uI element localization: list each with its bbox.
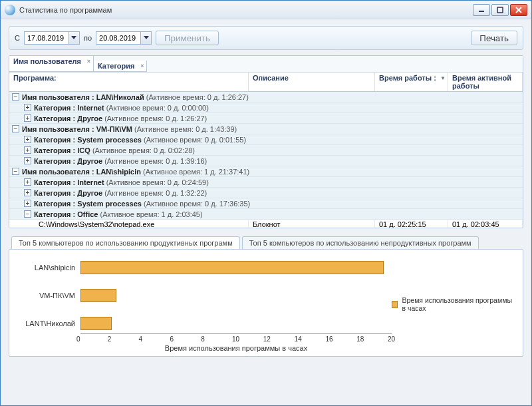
tree-row-label: Категория : Другое (Активное время: 0 д.… xyxy=(34,157,207,165)
app-icon xyxy=(5,5,15,15)
col-work-label: Время работы : xyxy=(379,74,436,82)
cell-program: C:\Windows\System32\notepad.exe xyxy=(9,220,249,228)
tree-row-label: Категория : Internet (Активное время: 0 … xyxy=(34,178,209,186)
chart-bars: LAN\shipicinVM-ПК\VMLANT\Николай xyxy=(17,256,392,333)
bar-row: VM-ПК\VM xyxy=(17,288,392,303)
chart-panel: LAN\shipicinVM-ПК\VMLANT\Николай 0246810… xyxy=(9,249,523,357)
date-from-input[interactable] xyxy=(25,34,68,42)
collapse-icon[interactable]: − xyxy=(12,168,19,175)
minimize-button[interactable] xyxy=(473,4,490,16)
chart-legend: Время использования программы в часах xyxy=(392,256,515,352)
date-to-input[interactable] xyxy=(96,34,140,42)
chart-tabs-and-panel: Топ 5 компьютеров по использованию проду… xyxy=(9,234,523,357)
tree-row-label: Категория : ICQ (Активное время: 0 д. 0:… xyxy=(34,146,195,154)
col-program[interactable]: Программа: xyxy=(9,73,249,91)
tree-row-label: Имя пользователя : LAN\shipicin (Активно… xyxy=(22,168,249,176)
tree-row[interactable]: −Имя пользователя : LAN\Николай (Активно… xyxy=(9,92,523,102)
date-to-dropdown-icon[interactable] xyxy=(140,32,151,44)
tree-row[interactable]: +Категория : System processes (Активное … xyxy=(9,198,523,209)
col-work-time[interactable]: Время работы :▼ xyxy=(375,73,448,91)
date-from-field[interactable] xyxy=(24,31,80,45)
tree-row-label: Категория : Office (Активное время: 1 д.… xyxy=(34,210,203,218)
tree-row[interactable]: +Категория : Internet (Активное время: 0… xyxy=(9,102,523,113)
tab-unproductive[interactable]: Топ 5 компьютеров по использованию непро… xyxy=(242,236,479,249)
expand-icon[interactable]: + xyxy=(24,178,31,186)
titlebar: Статистика по программам xyxy=(1,1,531,19)
tree-row[interactable]: +Категория : Internet (Активное время: 0… xyxy=(9,177,523,188)
tree-row-label: Имя пользователя : VM-ПК\VM (Активное вр… xyxy=(22,125,237,133)
column-headers: Программа: Описание Время работы :▼ Врем… xyxy=(9,73,523,92)
bar-track xyxy=(80,260,392,275)
client-area: С по Применить Печать Имя пользователя× … xyxy=(1,19,531,405)
bar-track xyxy=(80,316,392,331)
grid-rows[interactable]: −Имя пользователя : LAN\Николай (Активно… xyxy=(9,92,523,228)
col-active-time[interactable]: Время активной работы xyxy=(448,73,523,91)
expand-icon[interactable]: + xyxy=(24,104,31,111)
legend-swatch-icon xyxy=(392,301,398,308)
filter-toolbar: С по Применить Печать xyxy=(9,26,523,50)
expand-icon[interactable]: + xyxy=(24,146,31,154)
tree-row-label: Категория : Другое (Активное время: 0 д.… xyxy=(34,189,207,197)
group-by-row: Имя пользователя× Категория× xyxy=(9,56,523,73)
group-tag-user-label: Имя пользователя xyxy=(13,57,81,65)
expand-icon[interactable]: + xyxy=(24,157,31,164)
tree-row[interactable]: +Категория : Другое (Активное время: 0 д… xyxy=(9,188,523,198)
chart-x-label: Время использования программы в часах xyxy=(80,343,392,352)
bar-row: LANT\Николай xyxy=(17,316,392,331)
tree-row[interactable]: −Категория : Office (Активное время: 1 д… xyxy=(9,209,523,220)
date-to-field[interactable] xyxy=(96,31,152,45)
expand-icon[interactable]: + xyxy=(24,189,31,196)
tab-productive[interactable]: Топ 5 компьютеров по использованию проду… xyxy=(11,236,240,249)
tree-row[interactable]: +Категория : ICQ (Активное время: 0 д. 0… xyxy=(9,145,523,156)
table-row[interactable]: C:\Windows\System32\notepad.exeБлокнот01… xyxy=(9,220,523,228)
tree-row[interactable]: +Категория : Другое (Активное время: 0 д… xyxy=(9,113,523,124)
expand-icon[interactable]: + xyxy=(24,114,31,122)
chart-x-axis: 02468101214161820 xyxy=(80,333,392,343)
group-tag-user-remove-icon[interactable]: × xyxy=(87,58,90,65)
cell-work: 01 д. 02:25:15 xyxy=(375,220,448,228)
expand-icon[interactable]: + xyxy=(24,200,31,207)
legend-label: Время использования программы в часах xyxy=(402,296,515,312)
date-to-label: по xyxy=(84,34,92,42)
chart-area: LAN\shipicinVM-ПК\VMLANT\Николай 0246810… xyxy=(17,256,392,352)
group-tag-user[interactable]: Имя пользователя× xyxy=(9,56,94,72)
collapse-icon[interactable]: − xyxy=(12,93,19,101)
svg-marker-4 xyxy=(71,36,76,39)
tree-row-label: Имя пользователя : LAN\Николай (Активное… xyxy=(22,93,249,101)
svg-rect-1 xyxy=(497,7,503,13)
col-desc[interactable]: Описание xyxy=(249,73,375,91)
date-from-dropdown-icon[interactable] xyxy=(68,32,79,44)
group-tag-category-remove-icon[interactable]: × xyxy=(140,63,144,69)
tree-row-label: Категория : System processes (Активное в… xyxy=(34,200,250,208)
chart-tabs: Топ 5 компьютеров по использованию проду… xyxy=(9,234,523,249)
sort-desc-icon: ▼ xyxy=(440,75,446,81)
print-button[interactable]: Печать xyxy=(471,31,517,45)
collapse-icon[interactable]: − xyxy=(12,125,19,132)
window-title: Статистика по программам xyxy=(19,6,473,14)
app-window: Статистика по программам С по Применить … xyxy=(0,0,532,406)
collapse-icon[interactable]: − xyxy=(24,210,31,218)
bar xyxy=(80,289,116,302)
close-button[interactable] xyxy=(510,4,527,16)
bar xyxy=(80,317,112,330)
bar-row: LAN\shipicin xyxy=(17,260,392,275)
apply-button[interactable]: Применить xyxy=(156,31,219,45)
date-from-label: С xyxy=(15,34,20,42)
maximize-button[interactable] xyxy=(491,4,509,16)
tree-row-label: Категория : Другое (Активное время: 0 д.… xyxy=(34,114,207,122)
cell-desc: Блокнот xyxy=(249,220,375,228)
cell-active: 01 д. 02:03:45 xyxy=(448,220,523,228)
tree-row-label: Категория : Internet (Активное время: 0 … xyxy=(34,104,209,112)
window-buttons xyxy=(473,4,527,16)
grid-panel: Имя пользователя× Категория× Программа: … xyxy=(9,55,523,228)
bar-y-label: LANT\Николай xyxy=(17,319,80,327)
bar xyxy=(80,261,384,274)
tree-row-label: Категория : System processes (Активное в… xyxy=(34,136,246,144)
tree-row[interactable]: −Имя пользователя : LAN\shipicin (Активн… xyxy=(9,166,523,177)
bar-track xyxy=(80,288,392,303)
group-tag-category[interactable]: Категория× xyxy=(94,61,148,72)
tree-row[interactable]: +Категория : System processes (Активное … xyxy=(9,134,523,145)
tree-row[interactable]: −Имя пользователя : VM-ПК\VM (Активное в… xyxy=(9,124,523,134)
tree-row[interactable]: +Категория : Другое (Активное время: 0 д… xyxy=(9,156,523,166)
expand-icon[interactable]: + xyxy=(24,136,31,143)
